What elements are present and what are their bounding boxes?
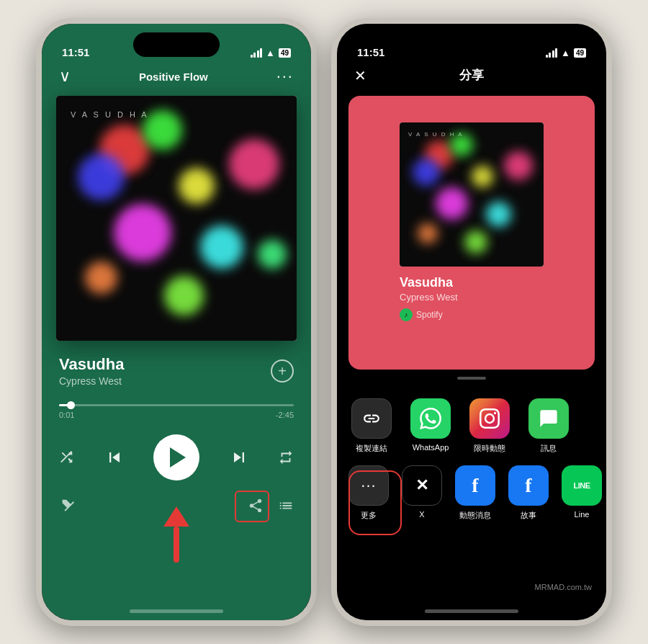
watermark: MRMAD.com.tw [535,583,592,591]
connect-device-icon[interactable] [59,498,75,514]
next-button[interactable] [229,447,249,468]
spotify-text: Spotify [416,310,443,320]
battery-icon-2: 49 [574,48,586,58]
arrow-body [174,527,179,563]
share-track-name: Vasudha [400,275,544,290]
wifi-icon-2: ▲ [561,48,570,58]
add-to-library-button[interactable]: + [271,359,294,383]
repeat-button[interactable] [278,450,294,465]
track-name: Vasudha [59,355,124,374]
playback-controls [59,434,294,480]
battery-icon-1: 49 [279,48,291,58]
player-header: ∨ Positive Flow ··· [42,67,311,86]
status-time-2: 11:51 [357,46,384,58]
share-header: ✕ 分享 [337,67,606,84]
spotify-icon: ♪ [400,308,413,321]
status-icons-1: ▲ 49 [251,48,292,58]
phone-1: 11:51 ▲ 49 ∨ Positive Flow ··· V A S U D… [36,18,317,626]
phone2-screen: 11:51 ▲ 49 ✕ 分享 V A S U D H A [337,24,606,620]
line-icon: LINE [562,465,602,506]
copy-link-icon [351,398,392,439]
more-options-icon[interactable]: ··· [276,67,294,86]
dynamic-island-1 [133,32,220,57]
track-artist: Cypress West [59,375,124,387]
progress-track [59,404,294,406]
share-apps-row-1: 複製連結 WhatsApp [348,398,595,454]
share-dialog-title: 分享 [459,67,484,84]
status-icons-2: ▲ 49 [546,48,587,58]
time-remaining: -2:45 [276,411,294,419]
track-info: Vasudha Cypress West + [59,355,294,387]
facebook-story-label: 故事 [521,510,536,521]
spotify-logo: ♪ Spotify [400,308,544,321]
album-label: V A S U D H A [71,110,149,119]
phone-2: 11:51 ▲ 49 ✕ 分享 V A S U D H A [331,18,612,626]
progress-times: 0:01 -2:45 [59,411,294,419]
wifi-icon-1: ▲ [266,48,275,58]
messages-label: 訊息 [541,443,557,454]
arrow-indicator [163,506,189,563]
album-art-inner: V A S U D H A [56,96,297,341]
share-app-messages[interactable]: 訊息 [526,398,572,454]
facebook-feed-label: 動態消息 [459,510,491,521]
share-button-highlight [235,491,269,522]
share-app-facebook-story[interactable]: f 故事 [508,465,549,521]
shuffle-button[interactable] [59,450,75,465]
share-album-art: V A S U D H A [400,122,544,267]
phone1-screen: 11:51 ▲ 49 ∨ Positive Flow ··· V A S U D… [42,24,311,620]
play-button[interactable] [153,434,199,480]
queue-button[interactable] [278,498,294,514]
home-bar-1 [130,609,223,613]
drag-handle [457,377,486,380]
home-bar-2 [425,609,518,613]
more-button-highlight [348,470,402,535]
whatsapp-label: WhatsApp [413,443,449,452]
instagram-label: 限時動態 [474,443,505,454]
instagram-icon [469,398,510,439]
now-playing-title: Positive Flow [139,71,208,83]
signal-icon-1 [251,48,263,58]
time-current: 0:01 [59,411,74,419]
share-app-instagram[interactable]: 限時動態 [467,398,513,454]
line-label: Line [575,510,590,519]
play-icon [170,447,186,468]
facebook-story-icon: f [508,465,549,506]
share-track-artist: Cypress West [400,292,544,303]
album-art: V A S U D H A [56,96,297,341]
arrow-head [163,506,189,527]
twitter-x-icon: ✕ [402,465,442,506]
chevron-down-icon[interactable]: ∨ [59,67,71,86]
share-app-line[interactable]: LINE Line [562,465,602,521]
copy-link-label: 複製連結 [356,443,387,454]
dynamic-island-2 [428,32,515,57]
messages-icon [528,398,569,439]
facebook-feed-icon: f [455,465,495,506]
share-card: V A S U D H A Vasudha Cypress West ♪ Spo… [348,96,595,370]
close-button[interactable]: ✕ [354,67,366,84]
share-app-whatsapp[interactable]: WhatsApp [408,398,454,454]
share-app-facebook-feed[interactable]: f 動態消息 [455,465,495,521]
progress-thumb [67,401,75,409]
status-time-1: 11:51 [62,46,89,58]
signal-icon-2 [546,48,558,58]
track-details: Vasudha Cypress West [59,355,124,387]
whatsapp-icon [410,398,451,439]
progress-bar[interactable]: 0:01 -2:45 [59,404,294,419]
share-album-inner: V A S U D H A [400,122,544,267]
share-app-twitter-x[interactable]: ✕ X [402,465,442,521]
previous-button[interactable] [104,447,125,468]
twitter-x-label: X [419,510,424,519]
share-app-copy-link[interactable]: 複製連結 [348,398,395,454]
